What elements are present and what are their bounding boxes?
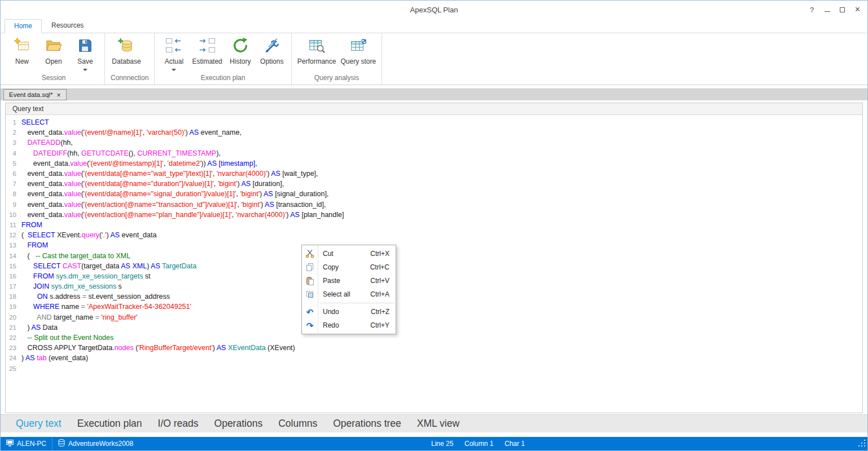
actual-button[interactable]: Actual [158, 33, 190, 71]
code-line: 17 JOIN sys.dm_xe_sessions s [6, 281, 862, 291]
menu-item-copy[interactable]: Copy Ctrl+C [302, 260, 396, 274]
group-label-query-analysis: Query analysis [295, 73, 378, 85]
document-tab-label: Event data.sql* [9, 91, 52, 98]
menu-item-paste[interactable]: Paste Ctrl+V [302, 274, 396, 288]
code-text: JOIN sys.dm_xe_sessions s [21, 282, 122, 290]
tab-close-icon[interactable]: × [56, 91, 61, 99]
new-button-label: New [15, 58, 29, 65]
actual-plan-icon [165, 37, 183, 55]
window-controls: ? × [804, 1, 865, 19]
maximize-icon [840, 7, 845, 12]
save-button[interactable]: Save [69, 33, 101, 71]
code-text: ( -- Cast the target_data to XML [21, 252, 130, 260]
view-tab-operations[interactable]: Operations [207, 418, 271, 430]
line-number: 14 [6, 253, 21, 259]
menu-item-label: Cut [323, 250, 334, 258]
code-text: ) AS Data [21, 324, 58, 331]
code-line: 21 ) AS Data [6, 322, 862, 333]
history-button[interactable]: History [225, 33, 256, 65]
options-button[interactable]: Options [256, 33, 288, 65]
code-text: SELECT CAST(target_data AS XML) AS Targe… [21, 262, 196, 270]
undo-icon: ↶ [305, 307, 315, 316]
code-line: 8 event_data.value('(event/data[@name="s… [6, 189, 862, 199]
line-number: 12 [6, 232, 21, 238]
new-button[interactable]: New [6, 33, 38, 65]
tab-resources[interactable]: Resources [42, 19, 93, 33]
view-tab-query-text[interactable]: Query text [8, 418, 69, 430]
database-status-icon [58, 439, 65, 448]
document-tab-event-data[interactable]: Event data.sql* × [3, 89, 67, 100]
menu-item-redo[interactable]: ↷ Redo Ctrl+Y [302, 319, 396, 332]
tab-home[interactable]: Home [5, 19, 42, 33]
code-line: 22 -- Split out the Event Nodes [6, 333, 862, 343]
code-line: 18 ON s.address = st.event_session_addre… [6, 291, 862, 302]
code-text: CROSS APPLY TargetData.nodes ('RingBuffe… [21, 344, 295, 352]
performance-button[interactable]: Performance [295, 33, 339, 65]
menu-item-undo[interactable]: ↶ Undo Ctrl+Z [302, 305, 396, 319]
close-button[interactable]: × [850, 1, 865, 19]
help-icon: ? [810, 6, 814, 14]
line-number: 7 [6, 180, 21, 187]
code-text: ON s.address = st.event_session_address [21, 293, 170, 300]
code-line: 15 SELECT CAST(target_data AS XML) AS Ta… [6, 261, 862, 271]
line-number: 18 [6, 293, 21, 300]
menu-shortcut: Ctrl+V [370, 277, 389, 285]
database-icon [117, 37, 135, 55]
code-line: 3 DATEADD(hh, [6, 138, 862, 148]
actual-dropdown-icon[interactable] [172, 69, 176, 71]
line-number: 15 [6, 263, 21, 269]
code-text: ) AS tab (event_data) [21, 354, 88, 362]
menu-item-cut[interactable]: Cut Ctrl+X [302, 247, 396, 260]
code-line: 7 event_data.value('(event/data[@name="d… [6, 179, 862, 189]
line-number: 6 [6, 170, 21, 177]
code-line: 11FROM [6, 220, 862, 230]
line-number: 21 [6, 324, 21, 331]
document-tab-bar: Event data.sql* × [1, 89, 867, 100]
ribbon: New Open [1, 33, 867, 85]
estimated-plan-icon [198, 37, 216, 55]
code-text: event_data.value('(event/@name)[1]', 'va… [21, 129, 242, 136]
line-number: 20 [6, 314, 21, 321]
performance-icon [308, 37, 326, 55]
view-tab-columns[interactable]: Columns [270, 418, 325, 430]
code-line: 25 [6, 364, 862, 374]
view-tab-operations-tree[interactable]: Operations tree [325, 418, 409, 430]
apexsql-plan-window: { "window": { "title": "ApexSQL Plan", "… [0, 0, 868, 451]
sql-editor[interactable]: 1SELECT2 event_data.value('(event/@name)… [6, 115, 862, 413]
line-number: 4 [6, 150, 21, 157]
status-machine: ALEN-PC [1, 437, 52, 450]
line-number: 13 [6, 242, 21, 249]
maximize-button[interactable] [835, 1, 850, 19]
menu-item-select-all[interactable]: Select all Ctrl+A [302, 288, 396, 301]
ribbon-tab-bar: Home Resources [1, 19, 867, 33]
view-tab-execution-plan[interactable]: Execution plan [69, 418, 150, 430]
code-text: event_data.value('(event/data[@name="dur… [21, 180, 284, 188]
minimize-button[interactable] [819, 1, 835, 19]
code-line: 14 ( -- Cast the target_data to XML [6, 250, 862, 260]
ribbon-group-session: New Open [3, 33, 105, 85]
database-button[interactable]: Database [108, 33, 144, 65]
menu-shortcut: Ctrl+A [370, 290, 389, 298]
select-all-icon [305, 290, 315, 299]
status-column: Column 1 [464, 437, 493, 450]
menu-item-label: Undo [323, 308, 339, 316]
help-button[interactable]: ? [804, 1, 819, 19]
code-line: 24) AS tab (event_data) [6, 353, 862, 363]
open-button[interactable]: Open [38, 33, 69, 65]
view-tab-io-reads[interactable]: I/O reads [150, 418, 207, 430]
status-database[interactable]: AdventureWorks2008 [52, 437, 139, 450]
line-number: 11 [6, 222, 21, 228]
ribbon-group-connection: Database Connnection [105, 33, 155, 85]
query-text-header: Query text [6, 103, 862, 115]
code-line: 13 FROM [6, 240, 862, 250]
save-dropdown-icon[interactable] [83, 69, 87, 71]
line-number: 1 [6, 119, 21, 126]
menu-shortcut: Ctrl+Z [371, 308, 389, 316]
estimated-button[interactable]: Estimated [190, 33, 224, 65]
resize-grip[interactable] [858, 439, 866, 449]
code-text: SELECT [21, 118, 49, 126]
view-tab-xml-view[interactable]: XML view [409, 418, 467, 430]
query-store-button[interactable]: Query store [338, 33, 378, 65]
database-name: AdventureWorks2008 [68, 440, 133, 448]
group-label-connection: Connnection [108, 73, 151, 85]
